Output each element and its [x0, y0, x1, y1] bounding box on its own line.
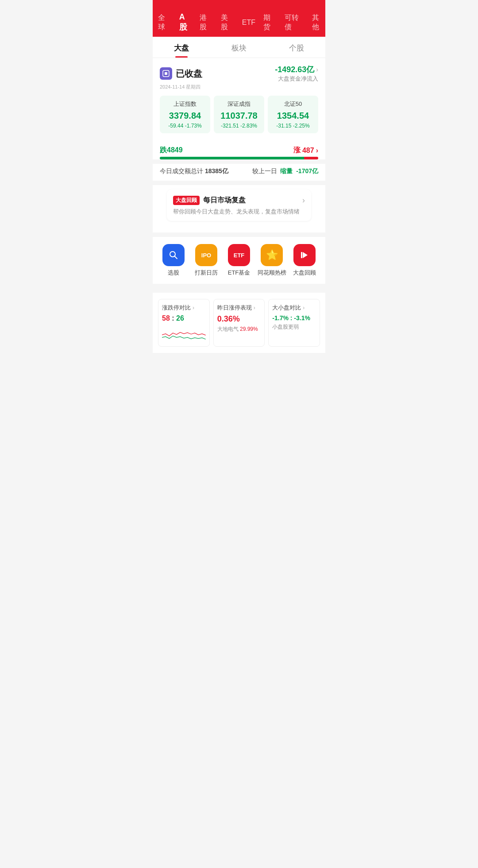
volume-change-amount: -1707亿 [296, 167, 318, 174]
index-change-shenzhen: -321.51 -2.83% [217, 123, 261, 129]
volume-change: 较上一日 缩量 -1707亿 [252, 167, 318, 175]
review-desc: 帮你回顾今日大盘走势、龙头表现，复盘市场情绪 [173, 208, 305, 216]
limit-mini-chart [162, 324, 206, 342]
market-date: 2024-11-14 星期四 [160, 84, 318, 90]
stat-value-limit: 58 : 26 [162, 314, 206, 322]
etf-icon: ETF [228, 244, 250, 266]
stat-value-yesterday: 0.36% [217, 314, 261, 324]
nav-item-convertible[interactable]: 可转债 [285, 13, 305, 32]
svg-marker-4 [303, 252, 308, 258]
shortcut-ipo[interactable]: IPO 打新日历 [190, 244, 223, 277]
index-change-bse50: -31.15 -2.25% [271, 123, 315, 129]
stats-section: 涨跌停对比 › 58 : 26 昨日涨停表现 › 0.36% [153, 293, 325, 353]
index-value-shenzhen: 11037.78 [217, 111, 261, 121]
flow-amount: -1492.63亿 [275, 64, 314, 75]
stat-title-size: 大小盘对比 › [272, 304, 316, 312]
ad-counts: 跌4849 涨487 › [160, 146, 318, 155]
nav-item-usstock[interactable]: 美股 [221, 13, 234, 32]
index-value-shanghai: 3379.84 [163, 111, 207, 121]
stat-sub-yesterday: 大地电气 29.99% [217, 326, 261, 333]
nav-item-hkstock[interactable]: 港股 [200, 13, 213, 32]
index-cards: 上证指数 3379.84 -59.44 -1.73% 深证成指 11037.78… [160, 96, 318, 133]
flow-label: 大盘资金净流入 [278, 75, 318, 83]
index-name-shanghai: 上证指数 [163, 100, 207, 108]
index-name-shenzhen: 深证成指 [217, 100, 261, 108]
sub-tabs: 大盘 板块 个股 [153, 37, 325, 58]
market-header: 已收盘 -1492.63亿 › 大盘资金净流入 2024-11-14 星期四 上… [153, 58, 325, 141]
advance-decline-section: 跌4849 涨487 › [153, 141, 325, 159]
status-icon [160, 67, 172, 80]
volume-change-type: 缩量 [280, 167, 293, 174]
decline-count: 跌4849 [160, 146, 183, 155]
shortcut-label-3: 同花顺热榜 [258, 269, 286, 277]
stat-card-size[interactable]: 大小盘对比 › -1.7% : -3.1% 小盘股更弱 [268, 299, 320, 347]
index-change-shanghai: -59.44 -1.73% [163, 123, 207, 129]
stat-sub-size: 小盘股更弱 [272, 323, 316, 331]
tab-stock[interactable]: 个股 [268, 37, 325, 58]
volume-row: 今日成交额总计 18385亿 较上一日 缩量 -1707亿 [153, 164, 325, 181]
volume-label: 今日成交额总计 18385亿 [160, 167, 228, 175]
stat-chevron-icon-2: › [303, 305, 305, 311]
shortcut-label-2: ETF基金 [228, 269, 251, 277]
stat-title-limit: 涨跌停对比 › [162, 304, 206, 312]
stat-value-size: -1.7% : -3.1% [272, 314, 316, 322]
stat-title-yesterday: 昨日涨停表现 › [217, 304, 261, 312]
shortcuts-row: 选股 IPO 打新日历 ETF ETF基金 ⭐ 同花顺热榜 大盘回顾 [153, 237, 325, 284]
review-tag: 大盘回顾 [173, 196, 200, 205]
svg-rect-1 [165, 72, 167, 75]
index-name-bse50: 北证50 [271, 100, 315, 108]
decline-bar [160, 157, 304, 159]
index-card-shanghai[interactable]: 上证指数 3379.84 -59.44 -1.73% [160, 96, 210, 133]
review-chevron-icon: › [302, 196, 305, 205]
nav-item-ashares[interactable]: A股 [179, 12, 192, 32]
nav-item-other[interactable]: 其他 [312, 13, 325, 32]
shortcut-label-4: 大盘回顾 [293, 269, 316, 277]
shortcut-review[interactable]: 大盘回顾 [288, 244, 321, 277]
shortcut-etf[interactable]: ETF ETF基金 [223, 244, 255, 277]
stat-card-yesterday[interactable]: 昨日涨停表现 › 0.36% 大地电气 29.99% [213, 299, 265, 347]
advance-chevron-icon: › [316, 147, 318, 155]
svg-line-3 [175, 256, 177, 259]
market-status-label: 已收盘 [176, 68, 202, 80]
tab-market[interactable]: 大盘 [153, 37, 210, 58]
ipo-icon: IPO [195, 244, 217, 266]
shortcut-label-1: 打新日历 [195, 269, 218, 277]
advance-decline-bar [160, 157, 318, 159]
advance-bar [304, 157, 318, 159]
svg-rect-5 [301, 252, 302, 258]
shortcut-label-0: 选股 [168, 269, 179, 277]
status-bar [153, 0, 325, 9]
index-card-bse50[interactable]: 北证50 1354.54 -31.15 -2.25% [268, 96, 318, 133]
stock-pick-icon [162, 244, 185, 266]
index-value-bse50: 1354.54 [271, 111, 315, 121]
shortcut-stock-pick[interactable]: 选股 [157, 244, 190, 277]
review-card[interactable]: 大盘回顾 每日市场复盘 › 帮你回顾今日大盘走势、龙头表现，复盘市场情绪 [167, 190, 311, 221]
nav-item-global[interactable]: 全球 [158, 13, 171, 32]
advance-count[interactable]: 涨487 › [293, 146, 318, 155]
shortcut-hot[interactable]: ⭐ 同花顺热榜 [255, 244, 288, 277]
top-navigation: 全球 A股 港股 美股 ETF 期货 可转债 其他 [153, 9, 325, 37]
stat-chevron-icon-1: › [254, 305, 255, 311]
review-title: 每日市场复盘 [203, 196, 246, 205]
nav-item-etf[interactable]: ETF [242, 19, 255, 27]
market-flow[interactable]: -1492.63亿 › 大盘资金净流入 [275, 64, 318, 83]
nav-item-futures[interactable]: 期货 [263, 13, 277, 32]
review-icon [293, 244, 316, 266]
hot-icon: ⭐ [261, 244, 283, 266]
index-card-shenzhen[interactable]: 深证成指 11037.78 -321.51 -2.83% [214, 96, 264, 133]
stat-card-limit[interactable]: 涨跌停对比 › 58 : 26 [158, 299, 210, 347]
tab-sector[interactable]: 板块 [210, 37, 268, 58]
chevron-right-icon: › [316, 66, 318, 73]
stat-chevron-icon-0: › [193, 305, 194, 311]
